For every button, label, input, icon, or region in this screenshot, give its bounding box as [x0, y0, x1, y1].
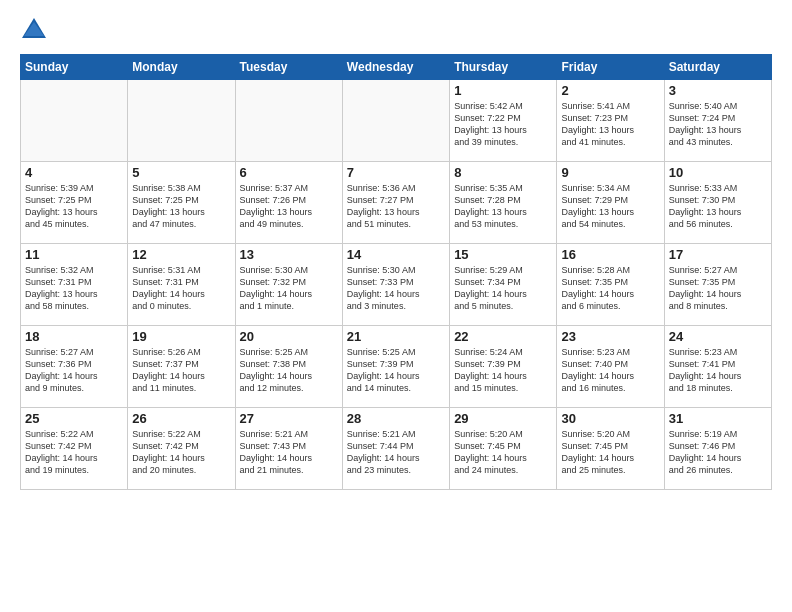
day-detail: Sunrise: 5:39 AM Sunset: 7:25 PM Dayligh…	[25, 182, 123, 231]
day-detail: Sunrise: 5:27 AM Sunset: 7:36 PM Dayligh…	[25, 346, 123, 395]
day-detail: Sunrise: 5:31 AM Sunset: 7:31 PM Dayligh…	[132, 264, 230, 313]
day-number: 31	[669, 411, 767, 426]
day-number: 12	[132, 247, 230, 262]
calendar-cell: 15Sunrise: 5:29 AM Sunset: 7:34 PM Dayli…	[450, 244, 557, 326]
calendar-cell: 25Sunrise: 5:22 AM Sunset: 7:42 PM Dayli…	[21, 408, 128, 490]
day-detail: Sunrise: 5:22 AM Sunset: 7:42 PM Dayligh…	[132, 428, 230, 477]
day-detail: Sunrise: 5:35 AM Sunset: 7:28 PM Dayligh…	[454, 182, 552, 231]
logo	[20, 16, 52, 44]
calendar-cell: 3Sunrise: 5:40 AM Sunset: 7:24 PM Daylig…	[664, 80, 771, 162]
calendar-cell: 11Sunrise: 5:32 AM Sunset: 7:31 PM Dayli…	[21, 244, 128, 326]
day-detail: Sunrise: 5:26 AM Sunset: 7:37 PM Dayligh…	[132, 346, 230, 395]
day-detail: Sunrise: 5:30 AM Sunset: 7:33 PM Dayligh…	[347, 264, 445, 313]
day-detail: Sunrise: 5:25 AM Sunset: 7:39 PM Dayligh…	[347, 346, 445, 395]
day-number: 10	[669, 165, 767, 180]
day-number: 19	[132, 329, 230, 344]
calendar-cell	[21, 80, 128, 162]
day-number: 3	[669, 83, 767, 98]
calendar-cell: 17Sunrise: 5:27 AM Sunset: 7:35 PM Dayli…	[664, 244, 771, 326]
day-detail: Sunrise: 5:38 AM Sunset: 7:25 PM Dayligh…	[132, 182, 230, 231]
calendar-cell: 22Sunrise: 5:24 AM Sunset: 7:39 PM Dayli…	[450, 326, 557, 408]
day-number: 22	[454, 329, 552, 344]
calendar-cell: 26Sunrise: 5:22 AM Sunset: 7:42 PM Dayli…	[128, 408, 235, 490]
day-number: 14	[347, 247, 445, 262]
calendar-cell: 5Sunrise: 5:38 AM Sunset: 7:25 PM Daylig…	[128, 162, 235, 244]
calendar-cell	[128, 80, 235, 162]
calendar-week-3: 11Sunrise: 5:32 AM Sunset: 7:31 PM Dayli…	[21, 244, 772, 326]
calendar-cell: 13Sunrise: 5:30 AM Sunset: 7:32 PM Dayli…	[235, 244, 342, 326]
day-detail: Sunrise: 5:25 AM Sunset: 7:38 PM Dayligh…	[240, 346, 338, 395]
day-detail: Sunrise: 5:36 AM Sunset: 7:27 PM Dayligh…	[347, 182, 445, 231]
day-number: 1	[454, 83, 552, 98]
day-detail: Sunrise: 5:37 AM Sunset: 7:26 PM Dayligh…	[240, 182, 338, 231]
calendar-cell: 10Sunrise: 5:33 AM Sunset: 7:30 PM Dayli…	[664, 162, 771, 244]
day-number: 5	[132, 165, 230, 180]
day-number: 6	[240, 165, 338, 180]
page: SundayMondayTuesdayWednesdayThursdayFrid…	[0, 0, 792, 612]
day-number: 20	[240, 329, 338, 344]
day-detail: Sunrise: 5:22 AM Sunset: 7:42 PM Dayligh…	[25, 428, 123, 477]
day-number: 26	[132, 411, 230, 426]
calendar-cell: 8Sunrise: 5:35 AM Sunset: 7:28 PM Daylig…	[450, 162, 557, 244]
calendar-cell: 16Sunrise: 5:28 AM Sunset: 7:35 PM Dayli…	[557, 244, 664, 326]
calendar-header-friday: Friday	[557, 55, 664, 80]
calendar-cell: 1Sunrise: 5:42 AM Sunset: 7:22 PM Daylig…	[450, 80, 557, 162]
calendar-week-5: 25Sunrise: 5:22 AM Sunset: 7:42 PM Dayli…	[21, 408, 772, 490]
day-number: 13	[240, 247, 338, 262]
day-number: 8	[454, 165, 552, 180]
day-detail: Sunrise: 5:29 AM Sunset: 7:34 PM Dayligh…	[454, 264, 552, 313]
day-detail: Sunrise: 5:21 AM Sunset: 7:43 PM Dayligh…	[240, 428, 338, 477]
calendar-cell: 29Sunrise: 5:20 AM Sunset: 7:45 PM Dayli…	[450, 408, 557, 490]
calendar-cell: 14Sunrise: 5:30 AM Sunset: 7:33 PM Dayli…	[342, 244, 449, 326]
calendar-header-tuesday: Tuesday	[235, 55, 342, 80]
calendar-cell: 7Sunrise: 5:36 AM Sunset: 7:27 PM Daylig…	[342, 162, 449, 244]
day-detail: Sunrise: 5:23 AM Sunset: 7:41 PM Dayligh…	[669, 346, 767, 395]
day-number: 7	[347, 165, 445, 180]
calendar-cell: 27Sunrise: 5:21 AM Sunset: 7:43 PM Dayli…	[235, 408, 342, 490]
calendar-header-saturday: Saturday	[664, 55, 771, 80]
calendar-cell	[342, 80, 449, 162]
day-detail: Sunrise: 5:41 AM Sunset: 7:23 PM Dayligh…	[561, 100, 659, 149]
day-number: 15	[454, 247, 552, 262]
day-number: 18	[25, 329, 123, 344]
calendar-week-4: 18Sunrise: 5:27 AM Sunset: 7:36 PM Dayli…	[21, 326, 772, 408]
day-detail: Sunrise: 5:20 AM Sunset: 7:45 PM Dayligh…	[561, 428, 659, 477]
day-detail: Sunrise: 5:20 AM Sunset: 7:45 PM Dayligh…	[454, 428, 552, 477]
calendar-header-row: SundayMondayTuesdayWednesdayThursdayFrid…	[21, 55, 772, 80]
logo-icon	[20, 16, 48, 44]
day-number: 4	[25, 165, 123, 180]
day-number: 24	[669, 329, 767, 344]
calendar-cell: 6Sunrise: 5:37 AM Sunset: 7:26 PM Daylig…	[235, 162, 342, 244]
calendar-week-2: 4Sunrise: 5:39 AM Sunset: 7:25 PM Daylig…	[21, 162, 772, 244]
calendar-cell: 31Sunrise: 5:19 AM Sunset: 7:46 PM Dayli…	[664, 408, 771, 490]
calendar-cell: 21Sunrise: 5:25 AM Sunset: 7:39 PM Dayli…	[342, 326, 449, 408]
calendar-header-monday: Monday	[128, 55, 235, 80]
calendar-cell	[235, 80, 342, 162]
day-detail: Sunrise: 5:24 AM Sunset: 7:39 PM Dayligh…	[454, 346, 552, 395]
calendar-header-wednesday: Wednesday	[342, 55, 449, 80]
calendar: SundayMondayTuesdayWednesdayThursdayFrid…	[20, 54, 772, 490]
day-detail: Sunrise: 5:19 AM Sunset: 7:46 PM Dayligh…	[669, 428, 767, 477]
calendar-header-thursday: Thursday	[450, 55, 557, 80]
day-number: 28	[347, 411, 445, 426]
day-detail: Sunrise: 5:40 AM Sunset: 7:24 PM Dayligh…	[669, 100, 767, 149]
day-detail: Sunrise: 5:32 AM Sunset: 7:31 PM Dayligh…	[25, 264, 123, 313]
day-detail: Sunrise: 5:30 AM Sunset: 7:32 PM Dayligh…	[240, 264, 338, 313]
day-number: 29	[454, 411, 552, 426]
day-number: 27	[240, 411, 338, 426]
calendar-week-1: 1Sunrise: 5:42 AM Sunset: 7:22 PM Daylig…	[21, 80, 772, 162]
day-number: 23	[561, 329, 659, 344]
day-number: 17	[669, 247, 767, 262]
day-number: 9	[561, 165, 659, 180]
day-detail: Sunrise: 5:27 AM Sunset: 7:35 PM Dayligh…	[669, 264, 767, 313]
day-number: 16	[561, 247, 659, 262]
svg-marker-1	[24, 22, 44, 36]
day-detail: Sunrise: 5:33 AM Sunset: 7:30 PM Dayligh…	[669, 182, 767, 231]
calendar-cell: 12Sunrise: 5:31 AM Sunset: 7:31 PM Dayli…	[128, 244, 235, 326]
day-number: 11	[25, 247, 123, 262]
calendar-header-sunday: Sunday	[21, 55, 128, 80]
calendar-cell: 19Sunrise: 5:26 AM Sunset: 7:37 PM Dayli…	[128, 326, 235, 408]
calendar-cell: 23Sunrise: 5:23 AM Sunset: 7:40 PM Dayli…	[557, 326, 664, 408]
day-detail: Sunrise: 5:34 AM Sunset: 7:29 PM Dayligh…	[561, 182, 659, 231]
calendar-cell: 4Sunrise: 5:39 AM Sunset: 7:25 PM Daylig…	[21, 162, 128, 244]
